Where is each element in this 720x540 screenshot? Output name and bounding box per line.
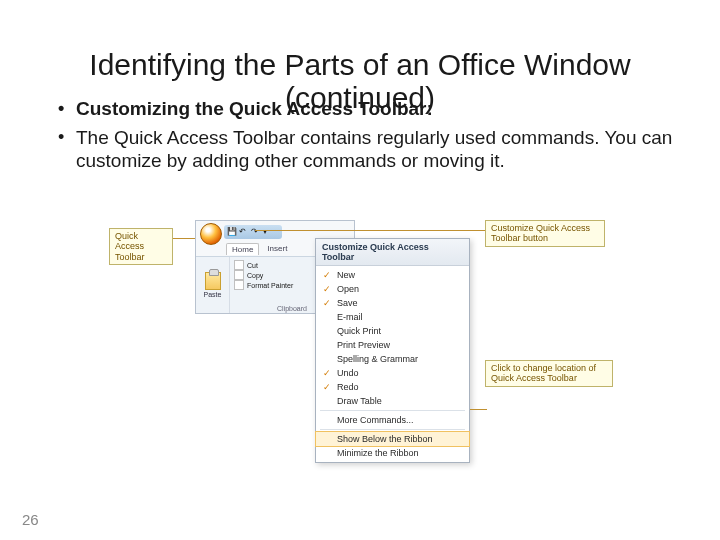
dropdown-item-label: Undo — [337, 368, 359, 378]
dropdown-item[interactable]: ✓New — [316, 268, 469, 282]
dropdown-item-label: Draw Table — [337, 396, 382, 406]
dropdown-item-label: Minimize the Ribbon — [337, 448, 419, 458]
save-icon: 💾 — [227, 228, 235, 236]
dropdown-item[interactable]: Minimize the Ribbon — [316, 446, 469, 460]
dropdown-item-label: More Commands... — [337, 415, 414, 425]
figure-office-qat: Quick Access Toolbar 💾 ↶ ↷ ▾ Home Insert… — [115, 220, 615, 445]
check-icon: ✓ — [322, 382, 332, 392]
dropdown-item[interactable]: ✓Redo — [316, 380, 469, 394]
tab-insert[interactable]: Insert — [267, 244, 287, 253]
dropdown-item-label: Spelling & Grammar — [337, 354, 418, 364]
office-button-icon — [200, 223, 222, 245]
brush-icon — [234, 280, 244, 290]
check-icon: ✓ — [322, 368, 332, 378]
dropdown-item[interactable]: ✓Open — [316, 282, 469, 296]
dropdown-item[interactable]: Draw Table — [316, 394, 469, 408]
dropdown-item-label: Quick Print — [337, 326, 381, 336]
callout-customize-button: Customize Quick Access Toolbar button — [485, 220, 605, 247]
dropdown-separator — [320, 410, 465, 411]
dropdown-item[interactable]: Quick Print — [316, 324, 469, 338]
clipboard-icon — [205, 272, 221, 290]
callout-qat: Quick Access Toolbar — [109, 228, 173, 265]
callout-change-location: Click to change location of Quick Access… — [485, 360, 613, 387]
undo-icon: ↶ — [239, 228, 247, 236]
cut-label: Cut — [247, 262, 258, 269]
bullet-1: Customizing the Quick Access Toolbar: — [58, 98, 692, 120]
dropdown-item[interactable]: Show Below the Ribbon — [316, 432, 469, 446]
slide-title-line1: Identifying the Parts of an Office Windo… — [28, 48, 692, 83]
scissors-icon — [234, 260, 244, 270]
tab-home[interactable]: Home — [226, 243, 259, 255]
dropdown-item[interactable]: Print Preview — [316, 338, 469, 352]
dropdown-item-label: Redo — [337, 382, 359, 392]
dropdown-item-label: Save — [337, 298, 358, 308]
bullet-2: The Quick Access Toolbar contains regula… — [58, 126, 688, 174]
dropdown-item-label: Print Preview — [337, 340, 390, 350]
slide: Identifying the Parts of an Office Windo… — [0, 0, 720, 540]
dropdown-item[interactable]: ✓Save — [316, 296, 469, 310]
dropdown-item[interactable]: E-mail — [316, 310, 469, 324]
bullet-list: Customizing the Quick Access Toolbar: Th… — [28, 98, 692, 174]
page-number: 26 — [22, 511, 39, 528]
dropdown-item-label: Show Below the Ribbon — [337, 434, 433, 444]
dropdown-separator — [320, 429, 465, 430]
check-icon: ✓ — [322, 270, 332, 280]
copy-label: Copy — [247, 272, 263, 279]
format-painter-label: Format Painter — [247, 282, 293, 289]
copy-icon — [234, 270, 244, 280]
leader-customize — [255, 230, 485, 231]
check-icon: ✓ — [322, 298, 332, 308]
dropdown-list: ✓New✓Open✓SaveE-mailQuick PrintPrint Pre… — [316, 266, 469, 462]
dropdown-title: Customize Quick Access Toolbar — [316, 239, 469, 266]
dropdown-item-label: Open — [337, 284, 359, 294]
dropdown-item-label: E-mail — [337, 312, 363, 322]
paste-button[interactable]: Paste — [196, 257, 230, 313]
dropdown-item-label: New — [337, 270, 355, 280]
dropdown-item[interactable]: Spelling & Grammar — [316, 352, 469, 366]
qat-customize-dropdown: Customize Quick Access Toolbar ✓New✓Open… — [315, 238, 470, 463]
paste-label: Paste — [204, 291, 222, 298]
leader-location — [470, 409, 487, 410]
dropdown-item[interactable]: ✓Undo — [316, 366, 469, 380]
check-icon: ✓ — [322, 284, 332, 294]
dropdown-item[interactable]: More Commands... — [316, 413, 469, 427]
quick-access-toolbar[interactable]: 💾 ↶ ↷ ▾ — [224, 225, 282, 239]
